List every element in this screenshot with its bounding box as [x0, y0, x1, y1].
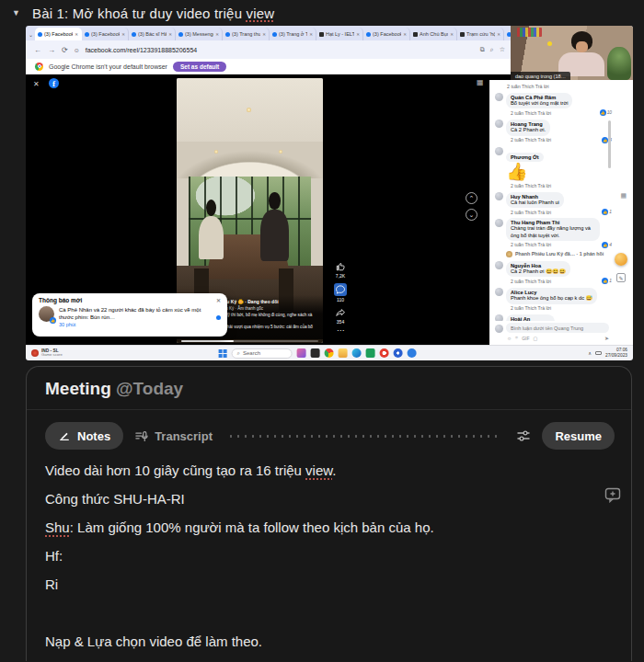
camera-icon[interactable]: ⌾	[515, 335, 518, 341]
commenter-avatar[interactable]	[495, 93, 503, 101]
tab-close-icon[interactable]: ✕	[75, 32, 78, 37]
sticker-icon[interactable]: ▢	[533, 336, 537, 341]
commenter-name[interactable]: Phương Ớt	[511, 154, 539, 160]
comment-meta[interactable]: 2 tuần Thích Trả lời	[507, 84, 549, 89]
notification-popup[interactable]: Thông báo mới ✕ 👍 Cà Phê Nhân và 22 ngườ…	[32, 293, 227, 337]
reaction-badge[interactable]: 👍10	[600, 109, 612, 116]
tab-close-icon[interactable]: ✕	[262, 32, 266, 37]
reaction-badge[interactable]: 👍4	[602, 242, 612, 248]
share-tab-icon[interactable]: ⧉	[480, 46, 485, 53]
comment-button[interactable]: 110	[334, 283, 347, 302]
browser-tab[interactable]: (3) Facebook ✕	[35, 28, 82, 40]
facebook-logo-icon[interactable]: f	[49, 78, 59, 88]
next-reel-button[interactable]: ⌄	[466, 209, 477, 221]
note-line[interactable]: Ri	[45, 576, 613, 594]
back-icon[interactable]: ←	[34, 46, 41, 54]
webcam-tile[interactable]: dao quang trong (18…	[511, 26, 633, 80]
page-title[interactable]: Bài 1: Mở khoá tư duy video triệu view	[32, 6, 274, 21]
commenter-avatar[interactable]	[495, 288, 503, 296]
screen-share-image[interactable]: ⌄ (3) Facebook ✕ (3) Facebook ✕ (3) Bác …	[26, 26, 633, 360]
tab-close-icon[interactable]: ✕	[403, 32, 407, 37]
commenter-avatar[interactable]	[495, 314, 503, 321]
notification-close-icon[interactable]: ✕	[216, 297, 221, 303]
tab-close-icon[interactable]: ✕	[450, 32, 454, 37]
site-info-icon[interactable]: ⊙	[75, 47, 79, 53]
comment-meta[interactable]: 2 tuần Thích Trả lời	[511, 242, 551, 247]
comment-meta[interactable]: 2 tuần Thích Trả lời	[511, 137, 551, 143]
commenter-avatar[interactable]	[495, 192, 503, 200]
tab-close-icon[interactable]: ✕	[356, 32, 360, 37]
tab-close-icon[interactable]: ✕	[168, 32, 172, 37]
reaction-badge[interactable]: 👍1	[602, 278, 612, 284]
note-line[interactable]: Video dài hơn 10 giây cũng tạo ra 16 tri…	[45, 462, 613, 480]
bookmark-star-icon[interactable]: ☆	[500, 46, 505, 53]
terminal-app-icon[interactable]	[311, 348, 320, 358]
browser-tab[interactable]: (3) Facebook ✕	[363, 28, 410, 40]
forward-icon[interactable]: →	[48, 46, 55, 54]
more-options-button[interactable]: ⋯	[337, 329, 344, 333]
tab-close-icon[interactable]: ✕	[121, 32, 125, 37]
file-explorer-icon[interactable]	[339, 348, 348, 358]
previous-reel-button[interactable]: ⌃	[466, 192, 477, 204]
comment-meta[interactable]: 2 tuần Thích Trả lời	[511, 279, 551, 284]
browser-tab[interactable]: (3) Trang ở Tr ✕	[270, 28, 316, 40]
comment-meta[interactable]: 2 tuần Thích Trả lời	[511, 110, 551, 116]
notes-tab[interactable]: Notes	[45, 422, 123, 450]
close-icon[interactable]: ✕	[33, 80, 40, 88]
transcript-tab[interactable]: Transcript	[134, 429, 213, 443]
clock-app-icon[interactable]	[394, 348, 403, 358]
people-app-icon[interactable]	[297, 348, 306, 358]
collapse-toggle-icon[interactable]: ▼	[12, 8, 20, 17]
taskbar-search[interactable]: ⌕Search	[232, 348, 293, 359]
browser-tab[interactable]: Trạm cứu 'hộ' ✕	[457, 28, 504, 40]
commenter-avatar[interactable]	[495, 147, 503, 155]
commenter-avatar[interactable]	[495, 219, 503, 227]
clock[interactable]: 07:06 27/09/2023	[605, 348, 627, 359]
send-icon[interactable]: ➤	[604, 335, 609, 341]
search-tabs-icon[interactable]: ⌕	[490, 46, 494, 53]
comments-scrollbar[interactable]	[608, 120, 611, 168]
panel-grid-icon[interactable]: ▦	[620, 192, 627, 200]
excel-app-icon[interactable]	[366, 348, 375, 358]
widgets-button[interactable]: IND - SL Game score	[31, 348, 99, 358]
compose-icon[interactable]: ✎	[616, 273, 626, 282]
add-comment-icon[interactable]	[604, 487, 621, 507]
resume-button[interactable]: Resume	[542, 422, 615, 450]
browser-tab[interactable]: (3) Bác sĩ Hải ✕	[129, 28, 176, 40]
tab-close-icon[interactable]: ✕	[309, 32, 313, 37]
reload-icon[interactable]: ⟳	[62, 46, 68, 54]
browser-tab[interactable]: Hạt Ly - IELTS ✕	[316, 28, 363, 40]
url-text[interactable]: facebook.com/reel/1233918885206554	[86, 47, 197, 53]
edge-app-icon[interactable]	[352, 348, 362, 358]
note-line[interactable]: Nạp & Lựa chọn video để làm theo.	[45, 633, 613, 651]
commenter-name[interactable]: Huy Nhanh	[511, 194, 538, 200]
settings-sliders-icon[interactable]	[516, 428, 531, 443]
reward-badge-icon[interactable]	[615, 253, 627, 266]
set-as-default-button[interactable]: Set as default	[173, 62, 226, 72]
tab-close-icon[interactable]: ✕	[215, 32, 219, 37]
video-progress-bar[interactable]	[181, 340, 318, 342]
chrome-app-icon[interactable]	[325, 348, 334, 358]
browser-tab[interactable]: (3) Facebook ✕	[82, 28, 129, 40]
browser-tab[interactable]: Anh Chú Bụng ✕	[410, 28, 457, 40]
tray-caret-icon[interactable]: ∧	[588, 350, 592, 356]
note-line[interactable]: Hf:	[45, 547, 613, 565]
comments-list[interactable]: 2 tuần Thích Trả lời Quán Cà Phê Râm	[489, 80, 633, 321]
commenter-avatar[interactable]	[495, 120, 503, 128]
reaction-badge[interactable]: 👍1	[602, 209, 612, 215]
browser-tab[interactable]: (3) Trang thuỷ ✕	[223, 28, 270, 40]
messenger-app-icon[interactable]	[408, 348, 417, 358]
gif-icon[interactable]: GIF	[522, 336, 529, 341]
share-button[interactable]: 354	[335, 307, 346, 325]
notes-editor[interactable]: Video dài hơn 10 giây cũng tạo ra 16 tri…	[27, 450, 631, 651]
tab-search-caret-icon[interactable]: ⌄	[29, 31, 33, 38]
comment-meta[interactable]: 2 tuần Thích Trả lời	[511, 305, 551, 311]
reply-thread-toggle[interactable]: Phanh Phiêu Lưu Ký đã… · 1 phản hồi	[506, 251, 607, 257]
fullscreen-grid-icon[interactable]: ▦	[477, 78, 484, 86]
zalo-app-icon[interactable]	[380, 348, 389, 358]
tab-close-icon[interactable]: ✕	[497, 32, 500, 37]
like-button[interactable]: 7,2K	[335, 261, 346, 279]
note-line[interactable]	[45, 604, 613, 622]
commenter-avatar[interactable]	[495, 261, 503, 269]
note-line[interactable]: Công thức SHU-HA-RI	[45, 490, 613, 508]
